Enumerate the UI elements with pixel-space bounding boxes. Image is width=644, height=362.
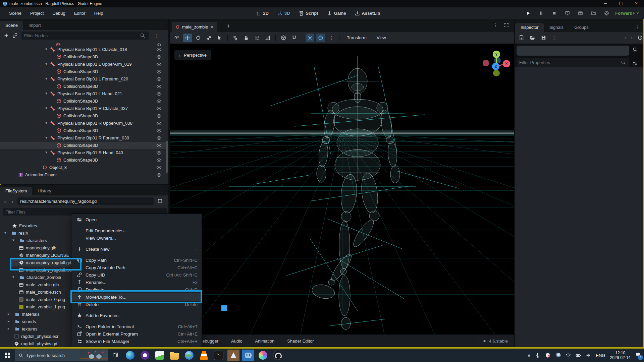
expand-viewport-icon[interactable]	[504, 22, 509, 28]
taskbar-clock[interactable]: 12:10 2026-02-14	[610, 351, 631, 360]
scene-tree-row[interactable]: CollisionShape3D	[0, 53, 168, 61]
context-menu-item[interactable]: Open Folder in Terminal Ctrl+Alt+T →	[72, 323, 202, 330]
tab-history[interactable]: History	[32, 187, 56, 195]
preview-sunlight-icon[interactable]	[306, 34, 314, 42]
extra-options-icon[interactable]: ⋮	[327, 35, 336, 41]
preview-environment-icon[interactable]	[316, 34, 325, 42]
inspected-object-name-field[interactable]	[517, 46, 629, 56]
hidden-icons-chevron[interactable]: ∧	[528, 353, 531, 358]
file-explorer-icon[interactable]	[167, 349, 182, 362]
visibility-eye-icon[interactable]	[156, 47, 162, 52]
scene-tree-row[interactable]: ▾ Physical Bone Bip01 R UpperArm_038	[0, 120, 168, 127]
visibility-eye-icon[interactable]	[156, 69, 162, 74]
inspector-menu-icon[interactable]: ⋮	[635, 24, 643, 32]
context-menu-item[interactable]: Add to Favorites →	[72, 312, 202, 319]
context-menu-item[interactable]: Copy Absolute Path Ctrl+Alt+C →	[72, 264, 202, 271]
volume-tray-icon[interactable]	[586, 353, 591, 358]
history-forward-icon[interactable]: ›	[631, 35, 633, 41]
lock-node-icon[interactable]	[242, 34, 251, 42]
notification-center-icon[interactable]: 4	[635, 352, 641, 359]
notepad-app-icon[interactable]	[152, 349, 167, 362]
bottom-panel-tab[interactable]: Audio	[231, 339, 242, 344]
close-tab-icon[interactable]: ✕	[210, 24, 214, 29]
collapse-chevron[interactable]: ▾	[44, 135, 49, 140]
visibility-eye-icon[interactable]	[156, 62, 162, 67]
filesystem-menu-icon[interactable]: ⋮	[160, 188, 168, 195]
remote-debug-icon[interactable]	[563, 9, 572, 18]
paint-app-icon[interactable]	[256, 349, 270, 362]
visibility-eye-icon[interactable]	[156, 172, 162, 178]
visibility-eye-icon[interactable]	[156, 113, 162, 119]
godot-taskbar-icon[interactable]	[241, 349, 256, 362]
scene-tree-row[interactable]: CollisionShape3D	[0, 127, 168, 134]
collapse-chevron[interactable]: ▾	[44, 150, 49, 155]
vlc-player-icon[interactable]	[197, 349, 211, 362]
workspace-tab[interactable]: 3D	[275, 11, 293, 16]
scene-tab-male-zombie[interactable]: male_zombie ✕	[172, 22, 217, 32]
workspace-tab[interactable]: AssetLib	[352, 11, 383, 16]
collapse-chevron[interactable]: ▾	[44, 47, 49, 51]
collapse-chevron[interactable]: ▸	[8, 319, 12, 323]
collapse-chevron[interactable]: ▾	[12, 238, 17, 242]
visibility-eye-icon[interactable]	[156, 76, 162, 82]
pause-button[interactable]	[537, 9, 545, 18]
workspace-tab[interactable]: Script	[296, 11, 321, 16]
move-mode-icon[interactable]	[183, 34, 192, 42]
save-resource-icon[interactable]	[541, 35, 546, 41]
scene-tree-row[interactable]: ▾ Physical Bone Bip01 L Clavicle_018	[0, 46, 168, 53]
scene-tree-row[interactable]: ▾ Physical Bone Bip01 R Clavicle_037	[0, 105, 168, 112]
movie-maker-icon[interactable]	[602, 9, 611, 18]
visibility-eye-icon[interactable]	[156, 54, 162, 60]
tab-signals[interactable]: Signals	[544, 23, 569, 32]
wifi-tray-icon[interactable]	[566, 353, 571, 358]
microphone-tray-icon[interactable]	[535, 353, 540, 358]
visibility-eye-icon[interactable]	[156, 99, 162, 104]
terminal-app-icon[interactable]: >_	[211, 349, 226, 362]
context-menu-item[interactable]: Show in File Manager Ctrl+Alt+R →	[72, 338, 202, 345]
visibility-eye-icon[interactable]	[156, 150, 162, 156]
menu-item[interactable]: Editor	[70, 11, 90, 16]
visibility-eye-icon[interactable]	[156, 43, 161, 46]
play-scene-button[interactable]	[576, 9, 585, 18]
context-menu-item[interactable]: Copy Path Ctrl+Shift+C →	[72, 256, 202, 264]
scene-tree-row[interactable]: CollisionShape3D	[0, 112, 168, 120]
context-menu-item[interactable]: Create New →	[72, 245, 202, 253]
menu-item[interactable]: Help	[90, 11, 108, 16]
select-mode-icon[interactable]	[172, 34, 181, 42]
bottom-panel-tab[interactable]: Animation	[255, 339, 274, 344]
load-resource-icon[interactable]	[530, 35, 535, 41]
group-node-icon[interactable]	[253, 34, 261, 42]
property-tools-icon[interactable]	[632, 60, 638, 66]
minimize-button[interactable]: ─	[598, 0, 613, 7]
visibility-eye-icon[interactable]	[156, 128, 162, 133]
toggle-split-mode-icon[interactable]	[156, 197, 164, 205]
scene-tree-row[interactable]: ▾ Physical Bone Bip01 R Hand_040	[0, 149, 168, 157]
menu-item[interactable]: Scene	[5, 11, 26, 16]
scene-tree-row[interactable]: ▾ Physical Bone Bip01 L Hand_021	[0, 90, 168, 98]
resource-options-icon[interactable]: ⋮	[552, 35, 556, 41]
workspace-tab[interactable]: 2D	[253, 11, 271, 16]
language-indicator[interactable]: ENG	[596, 353, 605, 358]
filter-properties-input[interactable]	[517, 58, 629, 67]
context-menu-item[interactable]: View Owners... →	[72, 234, 202, 242]
collapse-chevron[interactable]: ▾	[44, 76, 49, 81]
scene-tree-row[interactable]: CollisionShape3D	[0, 98, 168, 105]
axis-gizmo[interactable]: Y X Z	[483, 50, 513, 80]
visibility-eye-icon[interactable]	[156, 84, 162, 89]
scene-tree-row[interactable]: CollisionShape3D	[0, 83, 168, 90]
local-space-icon[interactable]	[279, 34, 288, 42]
snap-mode-icon[interactable]	[290, 34, 299, 42]
filter-nodes-input[interactable]	[21, 32, 149, 40]
defender-tray-icon[interactable]	[545, 353, 550, 358]
play-button[interactable]	[524, 9, 532, 18]
collapse-chevron[interactable]: ▾	[44, 91, 49, 96]
3d-viewport[interactable]: ⋮ Perspective Y X Z	[170, 44, 514, 335]
edge-browser-icon[interactable]	[123, 349, 138, 362]
collapse-chevron[interactable]: ▾	[44, 62, 49, 66]
scale-mode-icon[interactable]	[205, 34, 213, 42]
play-custom-scene-button[interactable]	[589, 9, 598, 18]
context-menu-item[interactable]: Edit Dependencies... →	[72, 227, 202, 234]
transform-menu[interactable]: Transform	[343, 35, 371, 40]
open-docs-icon[interactable]	[632, 47, 638, 53]
rotate-mode-icon[interactable]	[194, 34, 203, 42]
